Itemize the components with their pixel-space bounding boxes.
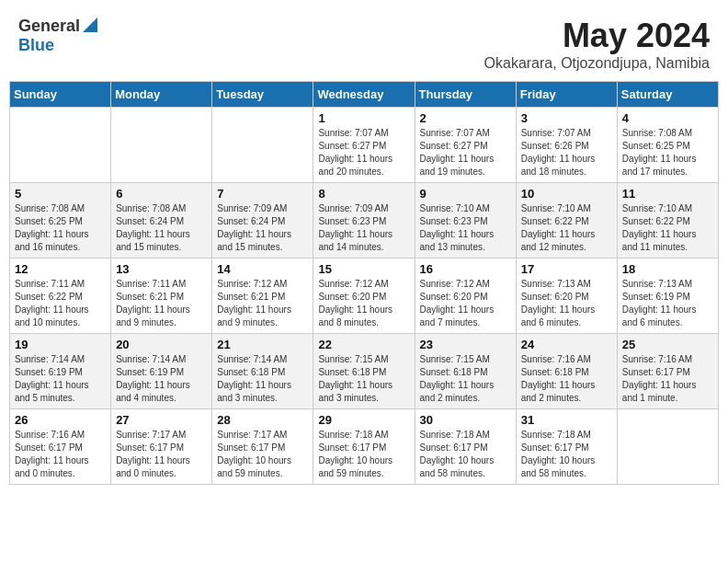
calendar-body: 1Sunrise: 7:07 AM Sunset: 6:27 PM Daylig…: [10, 108, 719, 485]
day-info: Sunrise: 7:08 AM Sunset: 6:24 PM Dayligh…: [116, 202, 207, 254]
calendar-cell: 29Sunrise: 7:18 AM Sunset: 6:17 PM Dayli…: [313, 409, 415, 485]
day-number: 22: [318, 338, 409, 351]
title-section: May 2024 Okakarara, Otjozondjupa, Namibi…: [484, 17, 710, 72]
day-info: Sunrise: 7:09 AM Sunset: 6:23 PM Dayligh…: [318, 202, 409, 254]
day-info: Sunrise: 7:18 AM Sunset: 6:17 PM Dayligh…: [318, 429, 409, 480]
day-number: 12: [15, 262, 106, 276]
calendar-cell: 5Sunrise: 7:08 AM Sunset: 6:25 PM Daylig…: [10, 183, 111, 259]
day-info: Sunrise: 7:15 AM Sunset: 6:18 PM Dayligh…: [318, 353, 409, 405]
calendar-cell: 10Sunrise: 7:10 AM Sunset: 6:22 PM Dayli…: [516, 183, 617, 259]
day-number: 27: [116, 413, 207, 427]
calendar-header-sunday: Sunday: [10, 82, 111, 108]
day-info: Sunrise: 7:16 AM Sunset: 6:18 PM Dayligh…: [521, 353, 612, 405]
calendar-table: SundayMondayTuesdayWednesdayThursdayFrid…: [9, 81, 719, 485]
day-number: 7: [217, 187, 308, 201]
calendar-cell: 17Sunrise: 7:13 AM Sunset: 6:20 PM Dayli…: [516, 259, 617, 334]
day-number: 31: [521, 413, 612, 427]
day-info: Sunrise: 7:16 AM Sunset: 6:17 PM Dayligh…: [15, 429, 106, 480]
day-info: Sunrise: 7:12 AM Sunset: 6:21 PM Dayligh…: [217, 278, 308, 329]
calendar-cell: 30Sunrise: 7:18 AM Sunset: 6:17 PM Dayli…: [415, 409, 516, 485]
calendar-header-thursday: Thursday: [415, 82, 516, 108]
day-number: 30: [420, 413, 511, 427]
calendar-cell: 21Sunrise: 7:14 AM Sunset: 6:18 PM Dayli…: [212, 334, 313, 409]
calendar-week-row: 5Sunrise: 7:08 AM Sunset: 6:25 PM Daylig…: [10, 183, 719, 259]
day-number: 25: [622, 338, 713, 351]
calendar-cell: 16Sunrise: 7:12 AM Sunset: 6:20 PM Dayli…: [415, 259, 516, 334]
day-number: 13: [116, 262, 207, 276]
day-info: Sunrise: 7:10 AM Sunset: 6:23 PM Dayligh…: [420, 202, 511, 254]
calendar-cell: 23Sunrise: 7:15 AM Sunset: 6:18 PM Dayli…: [415, 334, 516, 409]
calendar-cell: 18Sunrise: 7:13 AM Sunset: 6:19 PM Dayli…: [617, 259, 718, 334]
day-number: 10: [521, 187, 612, 201]
logo-triangle-icon: [83, 17, 97, 36]
logo-general: General: [18, 17, 80, 36]
day-number: 15: [318, 262, 409, 276]
day-info: Sunrise: 7:08 AM Sunset: 6:25 PM Dayligh…: [622, 127, 713, 178]
calendar-cell: 19Sunrise: 7:14 AM Sunset: 6:19 PM Dayli…: [10, 334, 111, 409]
location-title: Okakarara, Otjozondjupa, Namibia: [484, 55, 710, 72]
calendar-cell: 13Sunrise: 7:11 AM Sunset: 6:21 PM Dayli…: [111, 259, 212, 334]
day-number: 1: [318, 111, 409, 125]
calendar-cell: 12Sunrise: 7:11 AM Sunset: 6:22 PM Dayli…: [10, 259, 111, 334]
calendar-cell: 25Sunrise: 7:16 AM Sunset: 6:17 PM Dayli…: [617, 334, 718, 409]
calendar-cell: 8Sunrise: 7:09 AM Sunset: 6:23 PM Daylig…: [313, 183, 415, 259]
day-number: 23: [420, 338, 511, 351]
day-info: Sunrise: 7:11 AM Sunset: 6:21 PM Dayligh…: [116, 278, 207, 329]
calendar-cell: 7Sunrise: 7:09 AM Sunset: 6:24 PM Daylig…: [212, 183, 313, 259]
calendar-cell: 24Sunrise: 7:16 AM Sunset: 6:18 PM Dayli…: [516, 334, 617, 409]
day-number: 5: [15, 187, 106, 201]
calendar-cell: 1Sunrise: 7:07 AM Sunset: 6:27 PM Daylig…: [313, 108, 415, 183]
day-info: Sunrise: 7:18 AM Sunset: 6:17 PM Dayligh…: [420, 429, 511, 480]
calendar-cell: [212, 108, 313, 183]
day-info: Sunrise: 7:10 AM Sunset: 6:22 PM Dayligh…: [521, 202, 612, 254]
day-info: Sunrise: 7:14 AM Sunset: 6:19 PM Dayligh…: [116, 353, 207, 405]
calendar-cell: 26Sunrise: 7:16 AM Sunset: 6:17 PM Dayli…: [10, 409, 111, 485]
calendar-week-row: 12Sunrise: 7:11 AM Sunset: 6:22 PM Dayli…: [10, 259, 719, 334]
day-number: 29: [318, 413, 409, 427]
day-number: 21: [217, 338, 308, 351]
day-number: 17: [521, 262, 612, 276]
calendar-header-tuesday: Tuesday: [212, 82, 313, 108]
calendar-header-saturday: Saturday: [617, 82, 718, 108]
day-info: Sunrise: 7:17 AM Sunset: 6:17 PM Dayligh…: [116, 429, 207, 480]
calendar-cell: 11Sunrise: 7:10 AM Sunset: 6:22 PM Dayli…: [617, 183, 718, 259]
calendar-cell: 9Sunrise: 7:10 AM Sunset: 6:23 PM Daylig…: [415, 183, 516, 259]
calendar-cell: 6Sunrise: 7:08 AM Sunset: 6:24 PM Daylig…: [111, 183, 212, 259]
calendar-cell: 20Sunrise: 7:14 AM Sunset: 6:19 PM Dayli…: [111, 334, 212, 409]
day-info: Sunrise: 7:11 AM Sunset: 6:22 PM Dayligh…: [15, 278, 106, 329]
calendar-cell: 22Sunrise: 7:15 AM Sunset: 6:18 PM Dayli…: [313, 334, 415, 409]
logo-blue: Blue: [18, 36, 54, 54]
day-info: Sunrise: 7:07 AM Sunset: 6:26 PM Dayligh…: [521, 127, 612, 178]
calendar-cell: 28Sunrise: 7:17 AM Sunset: 6:17 PM Dayli…: [212, 409, 313, 485]
calendar-week-row: 26Sunrise: 7:16 AM Sunset: 6:17 PM Dayli…: [10, 409, 719, 485]
calendar-cell: 27Sunrise: 7:17 AM Sunset: 6:17 PM Dayli…: [111, 409, 212, 485]
day-number: 2: [420, 111, 511, 125]
day-info: Sunrise: 7:16 AM Sunset: 6:17 PM Dayligh…: [622, 353, 713, 405]
day-info: Sunrise: 7:09 AM Sunset: 6:24 PM Dayligh…: [217, 202, 308, 254]
calendar-cell: 31Sunrise: 7:18 AM Sunset: 6:17 PM Dayli…: [516, 409, 617, 485]
day-info: Sunrise: 7:10 AM Sunset: 6:22 PM Dayligh…: [622, 202, 713, 254]
day-number: 19: [15, 338, 106, 351]
calendar-cell: [10, 108, 111, 183]
calendar-header-friday: Friday: [516, 82, 617, 108]
day-number: 3: [521, 111, 612, 125]
day-info: Sunrise: 7:08 AM Sunset: 6:25 PM Dayligh…: [15, 202, 106, 254]
day-number: 14: [217, 262, 308, 276]
day-number: 26: [15, 413, 106, 427]
calendar-cell: 2Sunrise: 7:07 AM Sunset: 6:27 PM Daylig…: [415, 108, 516, 183]
day-info: Sunrise: 7:14 AM Sunset: 6:19 PM Dayligh…: [15, 353, 106, 405]
day-number: 11: [622, 187, 713, 201]
day-info: Sunrise: 7:18 AM Sunset: 6:17 PM Dayligh…: [521, 429, 612, 480]
day-number: 28: [217, 413, 308, 427]
calendar-cell: 4Sunrise: 7:08 AM Sunset: 6:25 PM Daylig…: [617, 108, 718, 183]
calendar-cell: 14Sunrise: 7:12 AM Sunset: 6:21 PM Dayli…: [212, 259, 313, 334]
calendar-header-row: SundayMondayTuesdayWednesdayThursdayFrid…: [10, 82, 719, 108]
calendar-header-wednesday: Wednesday: [313, 82, 415, 108]
day-info: Sunrise: 7:07 AM Sunset: 6:27 PM Dayligh…: [420, 127, 511, 178]
calendar-week-row: 19Sunrise: 7:14 AM Sunset: 6:19 PM Dayli…: [10, 334, 719, 409]
calendar-cell: 15Sunrise: 7:12 AM Sunset: 6:20 PM Dayli…: [313, 259, 415, 334]
day-number: 6: [116, 187, 207, 201]
calendar-cell: [111, 108, 212, 183]
day-number: 20: [116, 338, 207, 351]
day-info: Sunrise: 7:12 AM Sunset: 6:20 PM Dayligh…: [318, 278, 409, 329]
